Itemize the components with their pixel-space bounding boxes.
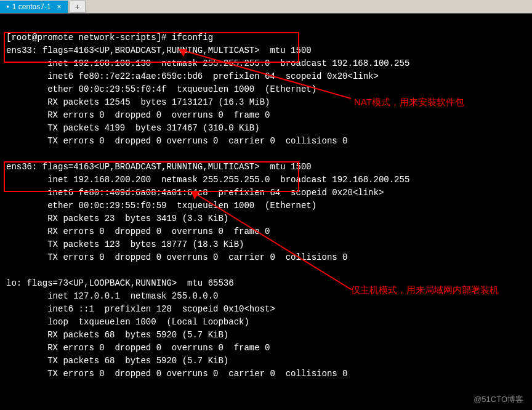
lo-tx-errors: TX errors 0 dropped 0 overruns 0 carrier… xyxy=(6,369,348,379)
ens36-rx-errors: RX errors 0 dropped 0 overruns 0 frame 0 xyxy=(6,227,270,236)
tab-indicator-icon: ● xyxy=(6,4,9,9)
command: ifconfig xyxy=(172,33,213,42)
lo-tx-packets: TX packets 68 bytes 5920 (5.7 KiB) xyxy=(6,356,228,366)
lo-inet: inet 127.0.0.1 netmask 255.0.0.0 xyxy=(6,291,218,301)
ens36-rx-packets: RX packets 23 bytes 3419 (3.3 KiB) xyxy=(6,214,228,223)
lo-rx-packets: RX packets 68 bytes 5920 (5.7 KiB) xyxy=(6,330,228,340)
tab-bar: ● 1 centos7-1 × + xyxy=(0,0,532,14)
tab-label: 1 centos7-1 xyxy=(12,2,51,11)
ens33-tx-packets: TX packets 4199 bytes 317467 (310.0 KiB) xyxy=(6,123,260,133)
ens33-inet: inet 192.168.100.130 netmask 255.255.255… xyxy=(6,58,409,68)
ens36-tx-errors: TX errors 0 dropped 0 overruns 0 carrier… xyxy=(6,252,348,262)
ens33-tx-errors: TX errors 0 dropped 0 overruns 0 carrier… xyxy=(6,136,348,146)
ens36-flags: ens36: flags=4163<UP,BROADCAST,RUNNING,M… xyxy=(6,162,312,172)
ens36-inet6: inet6 fe80::409d:6a08:4a01:64c8 prefixle… xyxy=(6,188,384,198)
watermark: @51CTO博客 xyxy=(474,394,523,405)
ens36-tx-packets: TX packets 123 bytes 18777 (18.3 KiB) xyxy=(6,239,244,249)
ens36-inet: inet 192.168.200.200 netmask 255.255.255… xyxy=(6,175,409,185)
lo-inet6: inet6 ::1 prefixlen 128 scopeid 0x10<hos… xyxy=(6,304,275,314)
terminal-output[interactable]: [root@promote network-scripts]# ifconfig… xyxy=(0,14,532,385)
ens33-ether: ether 00:0c:29:55:f0:4f txqueuelen 1000 … xyxy=(6,84,316,94)
ens33-rx-packets: RX packets 12545 bytes 17131217 (16.3 Mi… xyxy=(6,97,270,107)
ens33-flags: ens33: flags=4163<UP,BROADCAST,RUNNING,M… xyxy=(6,46,312,55)
lo-rx-errors: RX errors 0 dropped 0 overruns 0 frame 0 xyxy=(6,343,270,353)
lo-flags: lo: flags=73<UP,LOOPBACK,RUNNING> mtu 65… xyxy=(6,278,234,288)
ens33-inet6: inet6 fe80::7e22:a4ae:659c:bd6 prefixlen… xyxy=(6,71,379,81)
ens36-ether: ether 00:0c:29:55:f0:59 txqueuelen 1000 … xyxy=(6,201,316,211)
lo-loop: loop txqueuelen 1000 (Local Loopback) xyxy=(6,317,249,327)
tab-centos7-1[interactable]: ● 1 centos7-1 × xyxy=(0,1,68,13)
close-icon[interactable]: × xyxy=(57,2,62,11)
prompt: [root@promote network-scripts]# xyxy=(6,33,172,42)
plus-icon: + xyxy=(75,2,80,12)
ens33-rx-errors: RX errors 0 dropped 0 overruns 0 frame 0 xyxy=(6,110,270,120)
tab-add-button[interactable]: + xyxy=(70,1,86,13)
